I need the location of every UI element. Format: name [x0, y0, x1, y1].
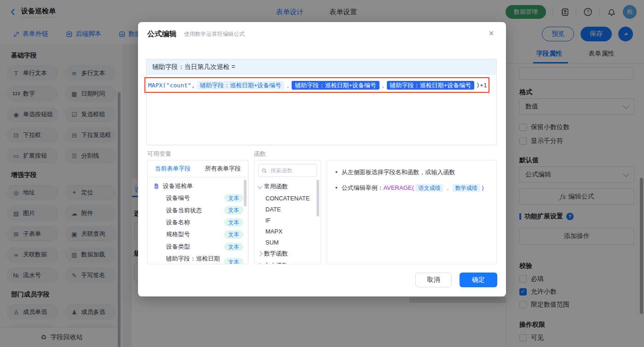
formula-prefix: MAPX("count",: [148, 82, 195, 89]
function-item[interactable]: SUM: [254, 237, 321, 248]
function-item[interactable]: DATE: [254, 204, 321, 215]
function-search-input[interactable]: [270, 167, 311, 174]
variables-scrollbar[interactable]: [244, 180, 247, 206]
variable-row[interactable]: 设备名称文本: [148, 216, 248, 228]
field-token-selected[interactable]: 辅助字段：巡检日期+设备编号: [387, 81, 475, 90]
tab-all-form-fields[interactable]: 所有表单字段: [205, 165, 241, 173]
close-icon[interactable]: ×: [489, 28, 494, 38]
functions-label: 函数: [254, 150, 266, 158]
cancel-button[interactable]: 取消: [415, 273, 452, 287]
field-token[interactable]: 辅助字段：巡检日期+设备编号: [197, 81, 285, 90]
confirm-button[interactable]: 确定: [460, 273, 497, 287]
comma: ,: [286, 82, 290, 89]
formula-target-bar: 辅助字段：当日第几次巡检 =: [147, 59, 496, 75]
function-item[interactable]: CONCATENATE: [254, 193, 321, 204]
formula-suffix: )+1: [476, 82, 487, 89]
annotation-highlight: MAPX("count", 辅助字段：巡检日期+设备编号 , 辅助字段：巡检日期…: [144, 77, 489, 93]
form-node[interactable]: 设备巡检单: [148, 180, 248, 192]
variables-list: 设备巡检单 设备编号文本 设备当前状态文本 设备名称文本: [148, 177, 248, 264]
modal-subtitle: 使用数学运算符编辑公式: [184, 30, 245, 38]
variables-panel: 当前表单字段 所有表单字段 设备巡检单 设备编号文本 设备当前状态文本: [147, 160, 248, 264]
variable-rows: 设备编号文本 设备当前状态文本 设备名称文本 规格型号文本: [148, 192, 248, 264]
formula-edit-modal: 公式编辑 使用数学运算符编辑公式 × 辅助字段：当日第几次巡检 = MAPX("…: [138, 22, 506, 296]
example-token: 语文成绩: [415, 184, 443, 192]
function-item[interactable]: MAPX: [254, 226, 321, 237]
example-token: 数学成绩: [453, 184, 480, 192]
variable-row[interactable]: 设备当前状态文本: [148, 204, 248, 216]
variables-tabs: 当前表单字段 所有表单字段: [148, 160, 248, 177]
variable-row[interactable]: 设备类型文本: [148, 241, 248, 253]
help-panel: • 从左侧面板选择字段名和函数，或输入函数 • 公式编辑举例：AVERAGE( …: [327, 160, 497, 264]
tab-current-form-fields[interactable]: 当前表单字段: [155, 165, 191, 173]
function-item[interactable]: IF: [254, 215, 321, 226]
function-search[interactable]: [258, 164, 317, 177]
chevron-down-icon: [257, 183, 262, 188]
type-badge: 文本: [224, 243, 243, 251]
example-function: AVERAGE(: [384, 184, 414, 191]
modal-header: 公式编辑 使用数学运算符编辑公式: [138, 22, 506, 46]
doc-icon: [153, 183, 160, 189]
help-line-2: • 公式编辑举例：AVERAGE( 语文成绩 ， 数学成绩 ): [335, 183, 488, 193]
variable-row[interactable]: 设备编号文本: [148, 192, 248, 204]
formula-editor[interactable]: 辅助字段：当日第几次巡检 =: [146, 59, 497, 145]
variable-row[interactable]: 辅助字段：巡检日期+...文本: [148, 253, 248, 264]
modal-title: 公式编辑: [147, 29, 177, 39]
type-badge: 文本: [224, 194, 243, 202]
group-math-functions[interactable]: 数学函数: [254, 248, 321, 260]
functions-panel: 常用函数 CONCATENATEDATEIFMAPXSUM 数学函数 文本函数: [254, 160, 321, 264]
functions-scrollbar[interactable]: [316, 180, 319, 216]
type-badge: 文本: [224, 258, 243, 264]
chevron-right-icon: [257, 263, 262, 264]
comma: ，: [445, 184, 451, 191]
search-icon: [261, 168, 267, 174]
variables-label: 可用变量: [147, 150, 171, 158]
type-badge: 文本: [224, 206, 243, 214]
example-function-close: ): [482, 184, 483, 191]
help-line-1: • 从左侧面板选择字段名和函数，或输入函数: [335, 168, 488, 177]
group-text-functions[interactable]: 文本函数: [254, 260, 321, 264]
comma: ,: [381, 82, 385, 89]
field-token-selected[interactable]: 辅助字段：巡检日期+设备编号: [292, 81, 380, 90]
bullet: •: [335, 168, 338, 177]
function-tree: 常用函数 CONCATENATEDATEIFMAPXSUM 数学函数 文本函数: [254, 181, 321, 264]
type-badge: 文本: [224, 218, 243, 227]
function-items: CONCATENATEDATEIFMAPXSUM: [254, 193, 321, 248]
group-common-functions[interactable]: 常用函数: [254, 181, 321, 193]
variable-row[interactable]: 规格型号文本: [148, 228, 248, 240]
chevron-right-icon: [257, 251, 262, 256]
type-badge: 文本: [224, 230, 243, 239]
bullet: •: [335, 183, 338, 193]
